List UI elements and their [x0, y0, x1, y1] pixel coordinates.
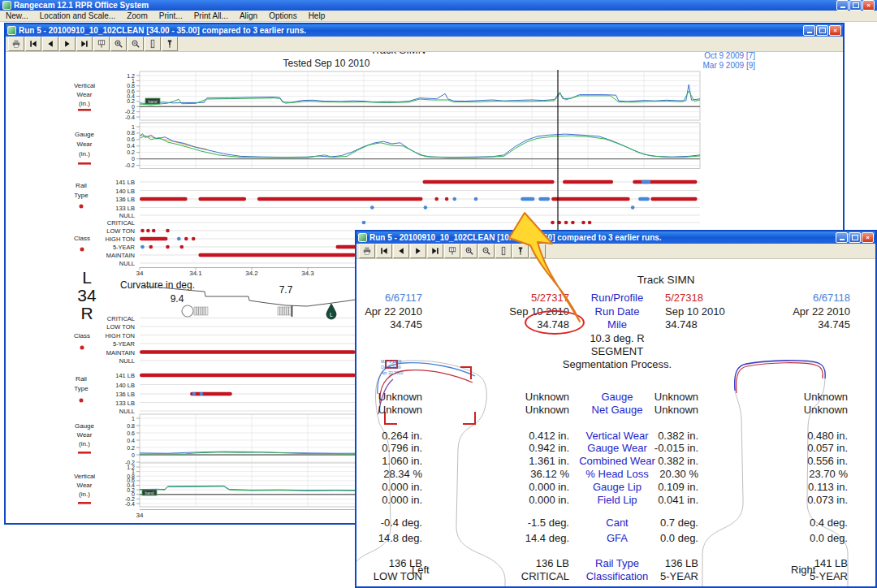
run-window-detail: Run 5 - 20100910_10_102CLEAN [10.00 - 10… — [355, 230, 877, 588]
milepost-button[interactable] — [93, 37, 110, 51]
w2-run-2: 5/27318 — [665, 292, 703, 304]
ruler-icon — [499, 246, 508, 256]
svg-text:0.4: 0.4 — [127, 482, 135, 488]
main-titlebar: Rangecam 12.1 RPR Office System × — [0, 0, 877, 11]
menu-item-new[interactable]: New... — [0, 11, 34, 21]
w2-left-rail-label: Left — [412, 564, 430, 576]
svg-text:34: 34 — [136, 512, 144, 519]
svg-text:0.4: 0.4 — [127, 143, 135, 149]
svg-text:0.8: 0.8 — [127, 423, 135, 429]
svg-text:0.6: 0.6 — [127, 478, 135, 483]
menu-item-help[interactable]: Help — [303, 11, 331, 21]
svg-text:Type: Type — [74, 192, 89, 199]
zoom-in-button[interactable] — [461, 244, 477, 258]
svg-text:band: band — [148, 99, 157, 104]
back-button[interactable] — [393, 244, 409, 258]
step-forward-icon — [430, 246, 440, 256]
svg-text:NULL: NULL — [119, 260, 135, 267]
w1-titlebar[interactable]: Run 5 - 20100910_10_102CLEAN [34.00 - 35… — [6, 24, 843, 37]
printer-button[interactable] — [8, 37, 24, 51]
menu-item-location-and-scale[interactable]: Location and Scale... — [34, 11, 121, 21]
svg-text:0.6: 0.6 — [127, 89, 135, 94]
minimize-button[interactable] — [836, 0, 849, 11]
w2-window-icon — [358, 233, 367, 242]
pin-black-button[interactable] — [162, 37, 178, 51]
pin-black-icon — [165, 39, 175, 49]
step-back-button[interactable] — [25, 37, 41, 51]
w2-close-button[interactable]: × — [862, 232, 874, 243]
w2-row-3-c2: 0.942 in. — [529, 442, 569, 454]
svg-text:(in.): (in.) — [79, 100, 90, 107]
svg-text:141 LB: 141 LB — [115, 372, 135, 379]
w2-row-10-c3: 136 LB — [665, 557, 698, 569]
w2-minimize-button[interactable] — [836, 232, 848, 243]
svg-text:Rail: Rail — [76, 375, 87, 383]
w2-right-rail-label: Right — [791, 564, 815, 576]
zoom-out-icon — [482, 246, 491, 256]
menu-item-align[interactable]: Align — [234, 11, 263, 21]
step-forward-button[interactable] — [76, 37, 93, 51]
zoom-out-icon — [131, 39, 140, 49]
w1-close-button[interactable]: × — [829, 25, 841, 36]
zoom-out-button[interactable] — [127, 37, 144, 51]
w2-row-2-c3: 0.382 in. — [658, 430, 698, 442]
w2-row-11-c2: CRITICAL — [521, 570, 569, 582]
pin-red-button[interactable] — [529, 244, 546, 258]
svg-text:5-YEAR: 5-YEAR — [113, 244, 136, 251]
pin-black-button[interactable] — [512, 244, 529, 258]
svg-text:Mar 9 2009: Mar 9 2009 — [381, 359, 402, 364]
svg-text:Gauge: Gauge — [75, 422, 95, 430]
close-button[interactable]: × — [862, 0, 875, 11]
w2-row-5-c2: 36.12 % — [530, 468, 569, 480]
step-back-button[interactable] — [376, 244, 392, 258]
svg-text:1: 1 — [132, 78, 135, 84]
svg-text:L: L — [330, 312, 333, 318]
w2-row-0-c1: Unknown — [378, 391, 422, 403]
svg-text:0: 0 — [132, 156, 135, 162]
w2-rundate-0: Apr 22 2010 — [365, 305, 422, 318]
w2-mile-0: 34.745 — [390, 318, 422, 331]
w2-row-11-label: Classification — [586, 570, 649, 582]
svg-text:Curvature in deg.: Curvature in deg. — [120, 279, 195, 291]
w2-row-1-label: Net Gauge — [592, 404, 643, 416]
step-forward-button[interactable] — [427, 244, 443, 258]
back-button[interactable] — [42, 37, 58, 51]
w1-minimize-button[interactable] — [803, 25, 815, 36]
w2-row-9-c4: 0.0 deg. — [810, 532, 848, 544]
ruler-button[interactable] — [145, 37, 161, 51]
w2-row-10-c4: 141 LB — [814, 557, 848, 569]
svg-text:NULL: NULL — [119, 357, 135, 365]
svg-text:Class: Class — [74, 332, 90, 339]
menu-item-print[interactable]: Print... — [153, 11, 188, 21]
menu-item-print-all[interactable]: Print All... — [188, 11, 234, 21]
forward-button[interactable] — [59, 37, 76, 51]
svg-text:1: 1 — [132, 416, 135, 422]
svg-text:Wear: Wear — [77, 91, 93, 98]
w2-row-6-label: Gauge Lip — [593, 481, 642, 493]
w2-row-9-c2: 14.4 deg. — [525, 532, 569, 544]
w2-row-1-c3: Unknown — [655, 404, 698, 416]
printer-button[interactable] — [359, 244, 375, 258]
ruler-button[interactable] — [495, 244, 512, 258]
w1-title: Run 5 - 20100910_10_102CLEAN [34.00 - 35… — [19, 26, 306, 35]
forward-button[interactable] — [410, 244, 426, 258]
menu-item-zoom[interactable]: Zoom — [121, 11, 153, 21]
step-forward-icon — [80, 39, 89, 49]
w2-row-10-c2: 136 LB — [536, 557, 569, 569]
w2-row-0-c2: Unknown — [525, 391, 569, 403]
svg-text:LOW TON: LOW TON — [106, 323, 135, 331]
restore-button[interactable] — [849, 0, 862, 11]
w1-restore-button[interactable] — [816, 25, 828, 36]
w2-titlebar[interactable]: Run 5 - 20100910_10_102CLEAN [10.00 - 10… — [356, 231, 875, 244]
w2-row-4-c4: 0.556 in. — [807, 455, 848, 467]
w2-row-5-c1: 28.34 % — [383, 468, 422, 480]
zoom-out-button[interactable] — [478, 244, 495, 258]
w2-row-6-c2: 0.000 in. — [529, 481, 569, 493]
svg-text:133 LB: 133 LB — [115, 205, 135, 212]
menu-item-options[interactable]: Options — [263, 11, 302, 21]
svg-text:NULL: NULL — [119, 408, 135, 415]
milepost-button[interactable] — [444, 244, 460, 258]
zoom-in-button[interactable] — [110, 37, 127, 51]
svg-text:0.2: 0.2 — [127, 445, 135, 451]
w2-restore-button[interactable] — [849, 232, 861, 243]
